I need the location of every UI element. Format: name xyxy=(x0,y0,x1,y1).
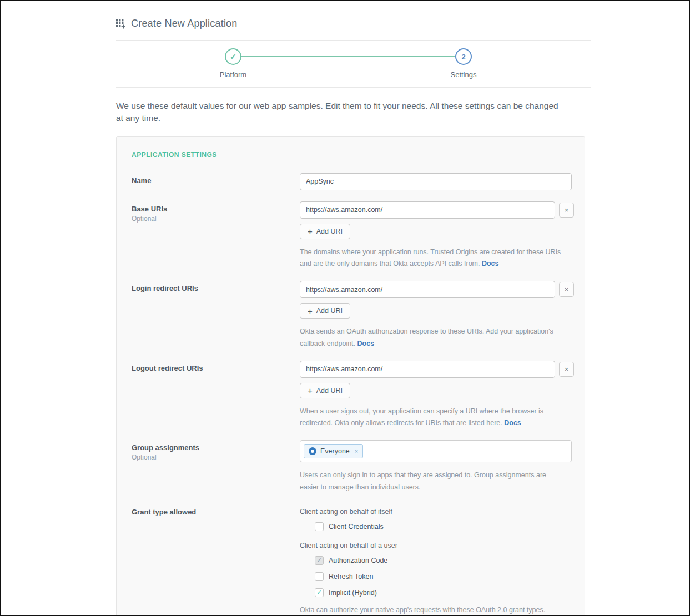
group-icon xyxy=(309,447,316,455)
field-row-grant-type: Grant type allowed Client acting on beha… xyxy=(132,504,570,616)
step-settings-label: Settings xyxy=(430,70,497,79)
logout-redirect-help: When a user signs out, your application … xyxy=(300,406,562,430)
plus-icon: + xyxy=(308,306,313,316)
group-assignments-label-col: Group assignments Optional xyxy=(132,440,300,493)
page-header: Create New Application xyxy=(116,18,591,29)
logout-redirect-uri-remove-button[interactable]: × xyxy=(559,362,574,377)
checkbox-authorization-code[interactable]: Authorization Code xyxy=(315,556,570,565)
wizard-content: Create New Application ✓ Platform 2 Sett… xyxy=(116,1,591,616)
base-uris-label-col: Base URIs Optional xyxy=(132,201,300,270)
base-uris-optional: Optional xyxy=(132,215,300,223)
login-redirect-uri-remove-button[interactable]: × xyxy=(559,282,574,297)
step-settings: 2 Settings xyxy=(430,48,497,79)
group-chip-everyone[interactable]: Everyone × xyxy=(304,444,363,458)
name-input[interactable] xyxy=(300,173,572,190)
checkmark-icon: ✓ xyxy=(230,52,236,61)
field-row-base-uris: Base URIs Optional × + Add URI The domai… xyxy=(132,201,570,270)
base-uris-docs-link[interactable]: Docs xyxy=(482,260,499,267)
group-assignments-help: Users can only sign in to apps that they… xyxy=(300,469,562,493)
checkbox-checked-disabled-icon xyxy=(315,556,324,565)
base-uri-add-button[interactable]: + Add URI xyxy=(300,224,350,239)
base-uri-remove-button[interactable]: × xyxy=(559,203,574,218)
checkbox-refresh-token[interactable]: Refresh Token xyxy=(315,572,570,581)
intro-text: We use these default values for our web … xyxy=(116,100,560,125)
grant-type-label-col: Grant type allowed xyxy=(132,504,300,616)
login-redirect-docs-link[interactable]: Docs xyxy=(357,340,375,347)
wizard-stepper: ✓ Platform 2 Settings xyxy=(116,41,591,87)
stepper-connector xyxy=(233,56,464,57)
base-uris-help: The domains where your application runs.… xyxy=(300,246,562,270)
page-title: Create New Application xyxy=(131,18,238,29)
step-number: 2 xyxy=(461,53,465,61)
checkbox-client-credentials[interactable]: Client Credentials xyxy=(315,522,570,531)
login-redirect-uri-add-button[interactable]: + Add URI xyxy=(300,303,350,319)
checkbox-implicit-hybrid[interactable]: Implicit (Hybrid) xyxy=(315,588,570,597)
chip-remove-icon[interactable]: × xyxy=(355,448,358,455)
close-icon: × xyxy=(565,206,569,214)
grant-type-help: Okta can authorize your native app's req… xyxy=(300,604,562,616)
grant-type-label: Grant type allowed xyxy=(132,508,300,516)
field-row-login-redirect: Login redirect URIs × + Add URI Okta sen… xyxy=(132,281,570,350)
field-row-group-assignments: Group assignments Optional Everyone × Us… xyxy=(132,440,570,493)
login-redirect-label: Login redirect URIs xyxy=(132,284,300,292)
login-redirect-help: Okta sends an OAuth authorization respon… xyxy=(300,326,562,350)
application-settings-panel: APPLICATION SETTINGS Name Base URIs Opti… xyxy=(116,136,585,616)
field-row-logout-redirect: Logout redirect URIs × + Add URI When a … xyxy=(132,361,570,430)
grant-group-itself-title: Client acting on behalf of itself xyxy=(300,504,570,516)
grant-group-user-title: Client acting on behalf of a user xyxy=(300,538,570,549)
group-assignments-label: Group assignments xyxy=(132,443,300,452)
close-icon: × xyxy=(565,365,569,373)
step-settings-circle: 2 xyxy=(455,48,472,65)
logout-redirect-uri-add-button[interactable]: + Add URI xyxy=(300,383,350,398)
group-assignments-input[interactable]: Everyone × xyxy=(300,440,572,462)
base-uri-input[interactable] xyxy=(300,201,555,219)
step-platform-circle: ✓ xyxy=(225,48,241,65)
login-redirect-uri-input[interactable] xyxy=(300,281,555,298)
close-icon: × xyxy=(565,285,569,294)
name-label-col: Name xyxy=(132,173,300,190)
group-assignments-optional: Optional xyxy=(132,453,300,461)
logout-redirect-docs-link[interactable]: Docs xyxy=(504,419,521,427)
step-platform[interactable]: ✓ Platform xyxy=(200,48,266,79)
name-label: Name xyxy=(132,176,300,185)
login-redirect-label-col: Login redirect URIs xyxy=(132,281,300,350)
logout-redirect-uri-input[interactable] xyxy=(300,361,555,378)
logout-redirect-label: Logout redirect URIs xyxy=(132,364,300,372)
checkbox-unchecked-icon xyxy=(315,522,324,531)
section-title: APPLICATION SETTINGS xyxy=(132,151,570,159)
checkbox-unchecked-icon xyxy=(315,572,324,581)
step-platform-label: Platform xyxy=(200,70,266,79)
plus-icon: + xyxy=(308,226,313,236)
stepper-divider xyxy=(116,87,591,88)
checkbox-checked-icon xyxy=(315,588,324,597)
field-row-name: Name xyxy=(132,173,570,190)
plus-icon: + xyxy=(308,386,313,395)
group-chip-label: Everyone xyxy=(320,447,350,455)
base-uris-label: Base URIs xyxy=(132,205,300,213)
create-application-icon xyxy=(116,19,126,29)
logout-redirect-label-col: Logout redirect URIs xyxy=(132,361,300,430)
